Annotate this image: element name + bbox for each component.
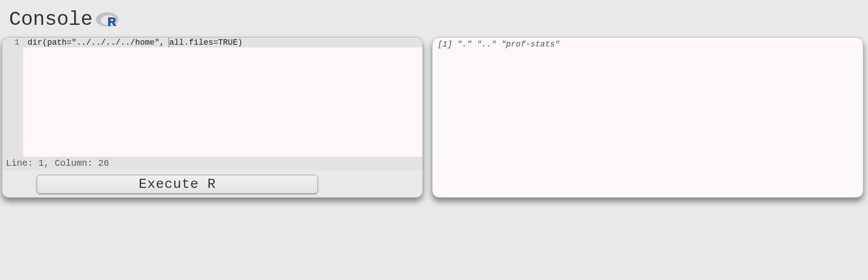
header: Console R bbox=[0, 0, 868, 37]
editor-line: 1 dir(path="../../../../home", all.files… bbox=[2, 37, 422, 47]
execute-button[interactable]: Execute R bbox=[37, 175, 318, 194]
page-title: Console bbox=[9, 8, 93, 31]
output-panel: [1] "." ".." "prof-stats" bbox=[432, 37, 864, 198]
gutter-body bbox=[2, 47, 23, 157]
gutter-line-number: 1 bbox=[2, 37, 23, 47]
status-bar: Line: 1, Column: 26 bbox=[2, 157, 422, 170]
svg-text:R: R bbox=[108, 15, 116, 28]
code-line-content[interactable]: dir(path="../../../../home", all.files=T… bbox=[23, 37, 422, 47]
code-body[interactable] bbox=[23, 47, 422, 157]
code-editor[interactable]: 1 dir(path="../../../../home", all.files… bbox=[2, 37, 422, 157]
panels-container: 1 dir(path="../../../../home", all.files… bbox=[0, 37, 868, 198]
editor-body[interactable] bbox=[2, 47, 422, 157]
output-text: [1] "." ".." "prof-stats" bbox=[438, 39, 858, 49]
button-row: Execute R bbox=[2, 170, 422, 197]
code-text: dir(path="../../../../home", all.files=T… bbox=[28, 38, 242, 47]
editor-panel: 1 dir(path="../../../../home", all.files… bbox=[2, 37, 423, 198]
r-logo-icon: R bbox=[95, 10, 119, 28]
text-cursor bbox=[169, 37, 169, 47]
